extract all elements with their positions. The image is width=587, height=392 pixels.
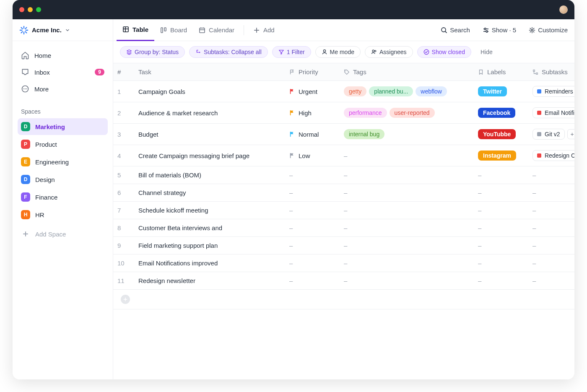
labels-cell[interactable]: – [474, 254, 528, 272]
priority-cell[interactable]: – [285, 272, 340, 290]
nav-more[interactable]: More [18, 80, 108, 97]
subtask-chip[interactable]: Redesign Chro [532, 150, 574, 161]
current-user-avatar[interactable] [559, 5, 568, 14]
task-name-cell[interactable]: Audience & market research [134, 102, 285, 124]
show-button[interactable]: Show · 5 [479, 24, 519, 36]
label-chip[interactable]: Facebook [478, 108, 515, 118]
subtask-chip[interactable]: Email Notificat [532, 107, 574, 118]
add-space-button[interactable]: Add Space [18, 226, 108, 242]
subtasks-cell[interactable]: – [528, 219, 574, 237]
workspace-switcher[interactable]: Acme Inc. [13, 19, 113, 41]
tags-cell[interactable]: performanceuser-reported [340, 102, 474, 124]
table-row[interactable]: 6Channel strategy–––– [113, 184, 574, 202]
space-item[interactable]: EEngineering [18, 153, 108, 170]
table-row[interactable]: 3BudgetNormalinternal bugYouTubbeGit v2+ [113, 124, 574, 145]
space-item[interactable]: PProduct [18, 136, 108, 153]
subtasks-cell[interactable]: – [528, 202, 574, 219]
subtasks-cell[interactable]: Email Notificat [528, 102, 574, 124]
fullscreen-window[interactable] [36, 7, 41, 12]
priority-cell[interactable]: Low [285, 145, 340, 166]
customize-button[interactable]: Customize [525, 24, 571, 36]
subtasks-cell[interactable]: Reminders for [528, 81, 574, 102]
task-name-cell[interactable]: Budget [134, 124, 285, 145]
tag-chip[interactable]: planned bu... [369, 86, 413, 96]
tags-cell[interactable]: – [340, 184, 474, 202]
priority-cell[interactable]: – [285, 254, 340, 272]
minimize-window[interactable] [28, 7, 33, 12]
priority-cell[interactable]: High [285, 102, 340, 124]
subtasks-pill[interactable]: Subtasks: Collapse all [189, 46, 268, 58]
me-mode-pill[interactable]: Me mode [315, 46, 361, 58]
table-row[interactable]: 4Create Campaign messaging brief pageLow… [113, 145, 574, 166]
labels-cell[interactable]: Twitter [474, 81, 528, 102]
col-tags-header[interactable]: Tags [340, 63, 474, 81]
tag-chip[interactable]: getty [344, 86, 366, 96]
task-name-cell[interactable]: Field marketing support plan [134, 237, 285, 254]
tags-cell[interactable]: – [340, 254, 474, 272]
hide-toolbar-button[interactable]: Hide [481, 49, 493, 55]
table-row[interactable]: 11Redesign newsletter–––– [113, 272, 574, 290]
labels-cell[interactable]: – [474, 202, 528, 219]
subtasks-cell[interactable]: – [528, 166, 574, 184]
label-chip[interactable]: Instagram [478, 151, 516, 161]
space-item[interactable]: DDesign [18, 171, 108, 188]
tags-cell[interactable]: – [340, 166, 474, 184]
col-subtasks-header[interactable]: Subtasks [528, 63, 574, 81]
table-scroll[interactable]: # Task Priority Tags Labels Subtasks 1Ca… [113, 63, 574, 379]
priority-cell[interactable]: – [285, 184, 340, 202]
label-chip[interactable]: YouTubbe [478, 129, 516, 139]
tag-chip[interactable]: user-reported [390, 108, 435, 118]
subtasks-cell[interactable]: Redesign Chro [528, 145, 574, 166]
col-priority-header[interactable]: Priority [285, 63, 340, 81]
table-row[interactable]: 9Field marketing support plan–––– [113, 237, 574, 254]
tab-calendar[interactable]: Calendar [193, 19, 240, 41]
tags-cell[interactable]: – [340, 202, 474, 219]
priority-cell[interactable]: – [285, 202, 340, 219]
tags-cell[interactable]: gettyplanned bu...webflow [340, 81, 474, 102]
table-row[interactable]: 1Campaign GoalsUrgentgettyplanned bu...w… [113, 81, 574, 102]
tab-add-view[interactable]: Add [247, 19, 281, 41]
add-row[interactable] [113, 290, 574, 309]
task-name-cell[interactable]: Campaign Goals [134, 81, 285, 102]
label-chip[interactable]: Twitter [478, 86, 507, 96]
labels-cell[interactable]: – [474, 237, 528, 254]
task-name-cell[interactable]: Channel strategy [134, 184, 285, 202]
task-name-cell[interactable]: Email Notifications improved [134, 254, 285, 272]
space-item[interactable]: HHR [18, 206, 108, 223]
task-name-cell[interactable]: Redesign newsletter [134, 272, 285, 290]
tags-cell[interactable]: – [340, 145, 474, 166]
subtasks-cell[interactable]: Git v2+ [528, 124, 574, 145]
tab-board[interactable]: Board [154, 19, 193, 41]
task-name-cell[interactable]: Bill of materials (BOM) [134, 166, 285, 184]
nav-inbox[interactable]: Inbox 9 [18, 64, 108, 80]
subtasks-cell[interactable]: – [528, 272, 574, 290]
labels-cell[interactable]: – [474, 166, 528, 184]
space-item[interactable]: FFinance [18, 189, 108, 205]
tag-chip[interactable]: performance [344, 108, 387, 118]
labels-cell[interactable]: Facebook [474, 102, 528, 124]
table-row[interactable]: 7Schedule kickoff meeting–––– [113, 202, 574, 219]
tags-cell[interactable]: – [340, 272, 474, 290]
tags-cell[interactable]: – [340, 237, 474, 254]
tags-cell[interactable]: internal bug [340, 124, 474, 145]
tag-chip[interactable]: internal bug [344, 129, 384, 139]
priority-cell[interactable]: – [285, 237, 340, 254]
space-item[interactable]: DMarketing [18, 118, 108, 135]
tag-chip[interactable]: webflow [416, 86, 447, 96]
labels-cell[interactable]: – [474, 272, 528, 290]
labels-cell[interactable]: Instagram [474, 145, 528, 166]
col-labels-header[interactable]: Labels [474, 63, 528, 81]
close-window[interactable] [19, 7, 24, 12]
priority-cell[interactable]: – [285, 219, 340, 237]
labels-cell[interactable]: YouTubbe [474, 124, 528, 145]
task-name-cell[interactable]: Customer Beta interviews and [134, 219, 285, 237]
col-num-header[interactable]: # [113, 63, 134, 81]
labels-cell[interactable]: – [474, 219, 528, 237]
subtasks-cell[interactable]: – [528, 237, 574, 254]
labels-cell[interactable]: – [474, 184, 528, 202]
nav-home[interactable]: Home [18, 47, 108, 64]
table-row[interactable]: 8Customer Beta interviews and–––– [113, 219, 574, 237]
subtasks-cell[interactable]: – [528, 254, 574, 272]
col-task-header[interactable]: Task [134, 63, 285, 81]
table-row[interactable]: 5Bill of materials (BOM)–––– [113, 166, 574, 184]
